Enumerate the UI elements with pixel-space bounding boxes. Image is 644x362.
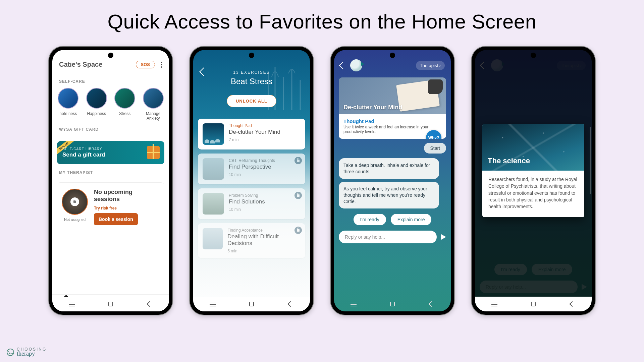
gift-icon bbox=[147, 146, 160, 159]
phone-2-frame: 13 EXERCISES Beat Stress UNLOCK ALL Thou… bbox=[190, 47, 313, 315]
pack-header: 13 EXERCISES Beat Stress UNLOCK ALL bbox=[193, 50, 310, 114]
science-modal[interactable]: The science Researchers found, in a stud… bbox=[482, 124, 584, 217]
modal-hero: The science bbox=[482, 124, 584, 171]
android-nav-bar bbox=[475, 297, 592, 311]
send-icon[interactable] bbox=[441, 234, 446, 240]
home-button-icon[interactable] bbox=[107, 300, 115, 308]
android-nav-bar bbox=[193, 297, 310, 311]
exercise-card[interactable]: CBT: Reframing Thoughts Find Perspective… bbox=[198, 154, 305, 184]
recents-icon[interactable] bbox=[490, 300, 498, 308]
exercise-list[interactable]: Thought Pad De-clutter Your Mind 7 min C… bbox=[193, 114, 310, 263]
camera-dot bbox=[390, 53, 395, 58]
back-icon[interactable] bbox=[568, 300, 576, 308]
therapist-avatar[interactable] bbox=[62, 189, 88, 215]
story-label: Happiness bbox=[87, 111, 106, 116]
try-risk-free-link[interactable]: Try risk free bbox=[94, 206, 160, 210]
gift-card-eyebrow: SELF-CARE LIBRARY bbox=[62, 147, 159, 151]
hero-subtitle: Thought Pad bbox=[343, 118, 441, 124]
exercise-title: Find Perspective bbox=[229, 164, 275, 170]
exercise-eyebrow: Thought Pad bbox=[229, 123, 280, 128]
therapist-card: Not assigned No upcoming sessions Try ri… bbox=[57, 182, 164, 230]
hero-description: Use it twice a week and feel an increase… bbox=[343, 125, 441, 134]
gift-card-title: Send a gift card bbox=[62, 152, 159, 158]
lock-icon bbox=[294, 192, 302, 199]
hero-image: De-clutter Your Mind bbox=[339, 77, 446, 114]
exercise-card[interactable]: Finding Acceptance Dealing with Difficul… bbox=[198, 223, 305, 258]
recents-icon[interactable] bbox=[68, 300, 76, 308]
home-button-icon[interactable] bbox=[529, 300, 537, 308]
story-label: note ness bbox=[59, 111, 77, 116]
gift-card-banner[interactable]: 50% off SELF-CARE LIBRARY Send a gift ca… bbox=[57, 141, 164, 164]
story-item[interactable]: Stress bbox=[114, 88, 136, 121]
exercise-duration: 10 min bbox=[229, 172, 275, 177]
story-circle-icon bbox=[58, 88, 78, 109]
story-item[interactable]: note ness bbox=[57, 88, 79, 121]
more-menu-icon[interactable] bbox=[161, 62, 162, 68]
story-item[interactable]: Happiness bbox=[86, 88, 108, 121]
exercise-duration: 10 min bbox=[229, 207, 265, 212]
quick-reply-explain[interactable]: Explain more bbox=[391, 214, 432, 225]
exercise-card[interactable]: Problem Solving Find Solutions 10 min bbox=[198, 188, 305, 219]
phone-4-frame: Therapist › I'm ready Explain more Reply… bbox=[472, 47, 595, 315]
android-nav-bar bbox=[52, 297, 169, 311]
selfcare-stories: note ness Happiness Stress Manage Anxiet… bbox=[52, 88, 169, 121]
story-label: Manage Anxiety bbox=[142, 111, 165, 121]
exercise-thumb-icon bbox=[203, 193, 224, 215]
lock-icon bbox=[70, 197, 79, 206]
workspace-title: Catie's Space bbox=[59, 61, 102, 68]
section-giftcard-label: WYSA GIFT CARD bbox=[52, 121, 169, 136]
exercise-eyebrow: CBT: Reframing Thoughts bbox=[229, 158, 275, 163]
back-icon[interactable] bbox=[286, 300, 294, 308]
therapist-button[interactable]: Therapist › bbox=[416, 61, 445, 70]
reply-bar: Reply or say help... bbox=[334, 229, 451, 247]
lock-icon bbox=[294, 227, 302, 234]
back-icon[interactable] bbox=[427, 300, 435, 308]
therapist-status: Not assigned bbox=[64, 218, 86, 222]
book-session-button[interactable]: Book a session bbox=[94, 213, 138, 225]
bot-avatar-icon bbox=[350, 59, 362, 71]
exercise-title: Find Solutions bbox=[229, 198, 265, 205]
modal-title: The science bbox=[488, 157, 530, 165]
quick-reply-ready[interactable]: I'm ready bbox=[354, 214, 386, 225]
camera-dot bbox=[108, 53, 113, 58]
reply-input[interactable]: Reply or say help... bbox=[339, 231, 437, 243]
home-button-icon[interactable] bbox=[248, 300, 256, 308]
phone-3-frame: Therapist › De-clutter Your Mind Why? Th… bbox=[331, 47, 454, 315]
android-nav-bar bbox=[334, 297, 451, 311]
exercise-card[interactable]: Thought Pad De-clutter Your Mind 7 min bbox=[198, 119, 305, 149]
modal-body: Researchers found, in a study at the Roy… bbox=[482, 171, 584, 217]
quick-replies: I'm ready Explain more bbox=[334, 208, 451, 229]
phone-1-frame: Catie's Space SOS SELF-CARE note ness Ha… bbox=[49, 47, 172, 315]
exercise-title: De-clutter Your Mind bbox=[229, 129, 280, 135]
exercise-duration: 5 min bbox=[227, 249, 301, 253]
exercise-thumb-icon bbox=[203, 158, 224, 180]
exercise-eyebrow: Finding Acceptance bbox=[227, 228, 301, 233]
story-item[interactable]: Manage Anxiety bbox=[142, 88, 165, 121]
story-circle-icon bbox=[86, 88, 107, 109]
footer-logo: CHOOSING therapy bbox=[7, 347, 47, 357]
page-title: Quick Access to Favorites on the Home Sc… bbox=[0, 0, 644, 47]
exercise-hero-card[interactable]: De-clutter Your Mind Why? Thought Pad Us… bbox=[339, 77, 446, 139]
logo-icon bbox=[7, 349, 14, 356]
back-icon[interactable] bbox=[146, 300, 154, 308]
section-therapist-label: MY THERAPIST bbox=[52, 164, 169, 179]
recents-icon[interactable] bbox=[209, 300, 217, 308]
story-label: Stress bbox=[119, 111, 130, 116]
exercise-eyebrow: Problem Solving bbox=[229, 193, 265, 198]
camera-dot bbox=[249, 53, 254, 58]
exercise-thumb-icon bbox=[203, 228, 223, 249]
story-circle-icon bbox=[114, 88, 135, 109]
story-circle-icon bbox=[143, 88, 164, 109]
hero-title: De-clutter Your Mind bbox=[343, 104, 402, 111]
exercise-title: Dealing with Difficult Decisions bbox=[227, 233, 301, 247]
scrollbar[interactable] bbox=[590, 127, 591, 194]
recents-icon[interactable] bbox=[350, 300, 358, 308]
bot-message: As you feel calmer, try and observe your… bbox=[339, 182, 439, 209]
camera-dot bbox=[531, 53, 536, 58]
sos-button[interactable]: SOS bbox=[136, 61, 155, 68]
home-button-icon[interactable] bbox=[388, 300, 396, 308]
lock-icon bbox=[294, 157, 302, 164]
no-sessions-text: No upcoming sessions bbox=[94, 189, 160, 203]
exercise-thumb-icon bbox=[203, 123, 224, 145]
back-arrow-icon[interactable] bbox=[339, 62, 347, 69]
